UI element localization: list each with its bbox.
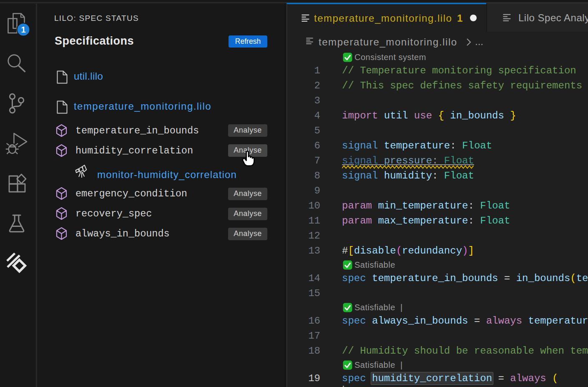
svg-text:1: 1: [21, 25, 25, 34]
